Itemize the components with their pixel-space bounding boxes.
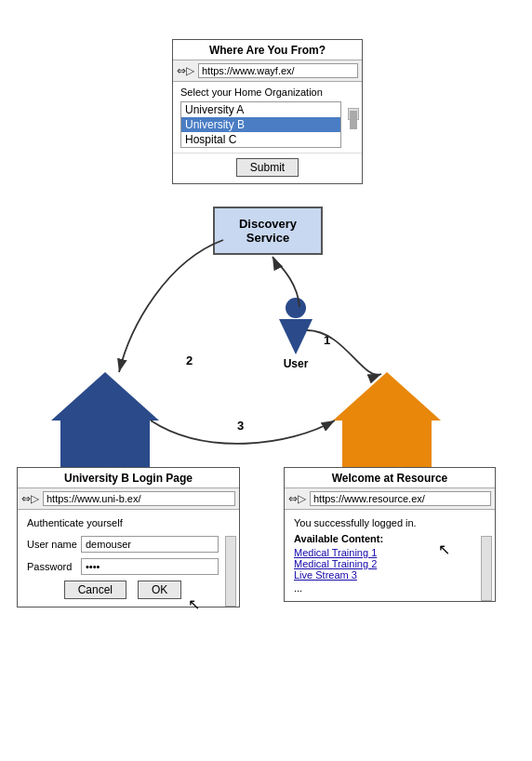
login-username-row: User name (27, 536, 219, 553)
wayf-dialog[interactable]: Where Are You From? ⇔▷ https://www.wayf.… (172, 39, 363, 184)
navigation-icon[interactable]: ⇔▷ (177, 64, 194, 77)
wayf-footer: Submit (173, 153, 362, 183)
step1-label: 1 (324, 333, 330, 347)
resource-addressbar: ⇔▷ https://www.resource.ex/ (285, 488, 495, 510)
login-ok-button[interactable]: OK (138, 581, 181, 599)
resource-scrollbar[interactable] (481, 536, 492, 601)
resource-walls (342, 421, 432, 469)
mouse-cursor: ↖ (438, 541, 450, 558)
login-auth-label: Authenticate yourself (27, 517, 219, 528)
wayf-select-label: Select your Home Organization (180, 87, 341, 98)
home-walls (60, 421, 150, 469)
login-addressbar: ⇔▷ https://www.uni-b.ex/ (18, 488, 239, 510)
resource-nav-icon[interactable]: ⇔▷ (288, 492, 306, 505)
login-nav-icon[interactable]: ⇔▷ (21, 492, 39, 505)
resource-welcome-dialog[interactable]: Welcome at Resource ⇔▷ https://www.resou… (284, 467, 496, 602)
login-url-input[interactable]: https://www.uni-b.ex/ (43, 491, 235, 506)
list-item-university-b[interactable]: University B (181, 117, 340, 132)
resource-dialog-title: Welcome at Resource (285, 468, 495, 488)
login-cancel-button[interactable]: Cancel (64, 581, 126, 599)
login-password-row: Password (27, 558, 219, 575)
resource-ellipsis: ... (294, 582, 474, 594)
wayf-submit-button[interactable]: Submit (236, 158, 299, 177)
wayf-title: Where Are You From? (173, 40, 362, 60)
wayf-body: Select your Home Organization University… (173, 82, 362, 153)
login-title: University B Login Page (18, 468, 239, 488)
resource-body: You successfully logged in. Available Co… (285, 510, 495, 601)
login-username-input[interactable] (81, 536, 219, 553)
wayf-org-list[interactable]: University A University B Hospital C (180, 101, 341, 148)
login-username-label: User name (27, 539, 81, 550)
user-label: User (284, 357, 309, 370)
user-figure: User (279, 298, 313, 370)
discovery-service-label: DiscoveryService (239, 217, 297, 245)
resource-link-2[interactable]: Medical Training 2 (294, 558, 474, 569)
login-mouse-cursor: ↖ (188, 595, 200, 613)
resource-logged-in-text: You successfully logged in. (294, 517, 474, 528)
user-head (286, 298, 306, 318)
wayf-scrollbar[interactable] (348, 108, 359, 120)
discovery-service-box: DiscoveryService (213, 207, 323, 255)
resource-url-input[interactable]: https://www.resource.ex/ (310, 491, 491, 506)
list-item-university-a[interactable]: University A (181, 102, 340, 117)
home-roof (51, 372, 159, 421)
wayf-scrollthumb (350, 111, 357, 129)
wayf-url-input[interactable]: https://www.wayf.ex/ (198, 63, 358, 78)
step3-label: 3 (237, 419, 244, 433)
resource-roof (333, 372, 441, 421)
login-password-label: Password (27, 561, 81, 572)
login-dialog[interactable]: University B Login Page ⇔▷ https://www.u… (17, 467, 240, 607)
list-item-hospital-c[interactable]: Hospital C (181, 132, 340, 147)
wayf-addressbar: ⇔▷ https://www.wayf.ex/ (173, 60, 362, 82)
login-password-input[interactable] (81, 558, 219, 575)
user-body (279, 319, 313, 354)
login-scrollbar[interactable] (225, 536, 236, 607)
resource-link-3[interactable]: Live Stream 3 (294, 569, 474, 581)
step2-label: 2 (186, 354, 193, 367)
login-body: Authenticate yourself User name Password… (18, 510, 239, 607)
